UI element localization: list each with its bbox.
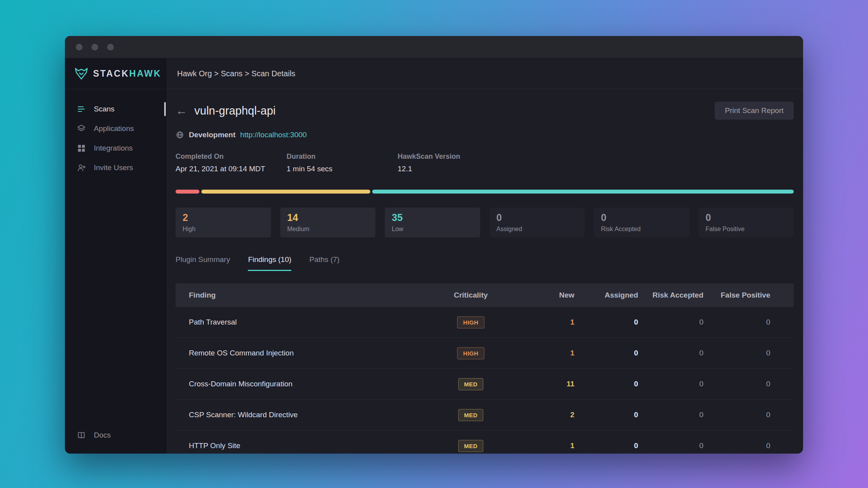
- table-row[interactable]: Path Traversal HIGH 1 0 0 0: [176, 307, 794, 338]
- column-header-finding: Finding: [176, 291, 422, 300]
- meta-duration: Duration 1 min 54 secs: [287, 152, 398, 173]
- assigned-count: 0: [574, 349, 638, 357]
- sidebar-item-applications[interactable]: Applications: [65, 119, 166, 138]
- table-row[interactable]: Remote OS Command Injection HIGH 1 0 0 0: [176, 338, 794, 369]
- tab-paths[interactable]: Paths (7): [309, 255, 339, 271]
- stackhawk-logo: STACKHAWK: [65, 58, 166, 89]
- sidebar-item-label: Integrations: [94, 144, 133, 152]
- invite-users-icon: [77, 163, 86, 172]
- window-zoom-button[interactable]: [107, 44, 114, 50]
- stat-value: 35: [392, 212, 473, 223]
- table-row[interactable]: HTTP Only Site MED 1 0 0 0: [176, 431, 794, 454]
- new-count: 1: [520, 318, 574, 327]
- stat-value: 0: [706, 212, 787, 223]
- stat-cards: 2 High 14 Medium 35 Low 0 Assigned: [176, 208, 794, 237]
- breadcrumb-bar: Hawk Org > Scans > Scan Details: [166, 58, 803, 89]
- meta-label: Completed On: [176, 152, 287, 161]
- finding-name: Remote OS Command Injection: [176, 349, 422, 357]
- stat-label: False Positive: [706, 226, 787, 233]
- breadcrumb: Hawk Org > Scans > Scan Details: [177, 69, 295, 78]
- stackhawk-logo-icon: [74, 67, 88, 80]
- sidebar-item-invite-users[interactable]: Invite Users: [65, 158, 166, 178]
- false-positive-count: 0: [703, 318, 770, 327]
- findings-table: Finding Criticality New Assigned Risk Ac…: [176, 283, 794, 454]
- column-header-criticality: Criticality: [422, 291, 520, 300]
- criticality-badge: MED: [458, 378, 484, 390]
- app-window: STACKHAWK Scans: [65, 36, 803, 454]
- severity-segment-high: [176, 190, 199, 194]
- false-positive-count: 0: [703, 349, 770, 357]
- sidebar-footer: Docs: [65, 425, 166, 454]
- table-row[interactable]: CSP Scanner: Wildcard Directive MED 2 0 …: [176, 400, 794, 431]
- stat-value: 0: [497, 212, 578, 223]
- stat-label: High: [183, 226, 264, 233]
- environment-name: Development: [189, 131, 235, 139]
- logo-text: STACKHAWK: [93, 68, 161, 79]
- new-count: 11: [520, 380, 574, 388]
- sidebar-item-scans[interactable]: Scans: [65, 99, 166, 119]
- stat-value: 0: [601, 212, 682, 223]
- finding-name: Path Traversal: [176, 318, 422, 327]
- scans-icon: [77, 104, 86, 114]
- environment-row: Development http://localhost:3000: [176, 131, 794, 139]
- environment-url-link[interactable]: http://localhost:3000: [240, 131, 307, 139]
- finding-name: Cross-Domain Misconfiguration: [176, 380, 422, 388]
- assigned-count: 0: [574, 441, 638, 450]
- scan-details-content: ← vuln-graphql-api Print Scan Report Dev…: [166, 89, 803, 454]
- window-minimize-button[interactable]: [91, 44, 98, 50]
- page-title: vuln-graphql-api: [194, 104, 276, 117]
- meta-value: 12.1: [398, 165, 509, 173]
- meta-label: HawkScan Version: [398, 152, 509, 161]
- risk-accepted-count: 0: [638, 380, 703, 388]
- window-close-button[interactable]: [76, 44, 82, 50]
- new-count: 2: [520, 411, 574, 419]
- severity-distribution-bar: [176, 190, 794, 194]
- globe-icon: [176, 131, 184, 139]
- stat-card-medium: 14 Medium: [280, 208, 376, 237]
- stat-value: 14: [287, 212, 369, 223]
- stat-label: Risk Accepted: [601, 226, 682, 233]
- risk-accepted-count: 0: [638, 349, 703, 357]
- window-titlebar: [65, 36, 803, 58]
- tab-plugin-summary[interactable]: Plugin Summary: [176, 255, 230, 271]
- risk-accepted-count: 0: [638, 441, 703, 450]
- docs-icon: [77, 431, 86, 440]
- detail-tabs: Plugin Summary Findings (10) Paths (7): [176, 255, 794, 271]
- false-positive-count: 0: [703, 441, 770, 450]
- meta-label: Duration: [287, 152, 398, 161]
- stat-card-high: 2 High: [176, 208, 271, 237]
- applications-icon: [77, 124, 86, 133]
- severity-segment-medium: [201, 190, 370, 194]
- new-count: 1: [520, 349, 574, 357]
- stat-card-assigned: 0 Assigned: [490, 208, 585, 237]
- main-panel: Hawk Org > Scans > Scan Details ← vuln-g…: [166, 58, 803, 454]
- false-positive-count: 0: [703, 411, 770, 419]
- stat-label: Low: [392, 226, 473, 233]
- logo-hawk: HAWK: [129, 68, 161, 79]
- criticality-badge: MED: [458, 440, 484, 452]
- criticality-badge: MED: [458, 409, 484, 421]
- new-count: 1: [520, 441, 574, 450]
- stat-card-false-positive: 0 False Positive: [699, 208, 794, 237]
- table-header-row: Finding Criticality New Assigned Risk Ac…: [176, 283, 794, 307]
- sidebar-item-docs[interactable]: Docs: [65, 425, 166, 445]
- sidebar-item-label: Invite Users: [94, 163, 133, 172]
- integrations-icon: [77, 144, 86, 153]
- table-row[interactable]: Cross-Domain Misconfiguration MED 11 0 0…: [176, 369, 794, 400]
- sidebar-nav: Scans Applications: [65, 89, 166, 178]
- desktop-background: { "colors": { "accent_teal": "#4fd1c5", …: [0, 0, 868, 488]
- meta-value: Apr 21, 2021 at 09:14 MDT: [176, 165, 287, 173]
- risk-accepted-count: 0: [638, 318, 703, 327]
- sidebar-item-integrations[interactable]: Integrations: [65, 138, 166, 158]
- print-scan-report-button[interactable]: Print Scan Report: [715, 102, 794, 120]
- false-positive-count: 0: [703, 380, 770, 388]
- criticality-badge: HIGH: [457, 347, 484, 359]
- back-button[interactable]: ←: [176, 104, 190, 118]
- stat-label: Assigned: [497, 226, 578, 233]
- finding-name: CSP Scanner: Wildcard Directive: [176, 411, 422, 419]
- column-header-new: New: [520, 291, 574, 300]
- sidebar: STACKHAWK Scans: [65, 58, 166, 454]
- tab-findings[interactable]: Findings (10): [248, 255, 291, 271]
- column-header-false-positive: False Positive: [703, 291, 770, 300]
- finding-name: HTTP Only Site: [176, 441, 422, 450]
